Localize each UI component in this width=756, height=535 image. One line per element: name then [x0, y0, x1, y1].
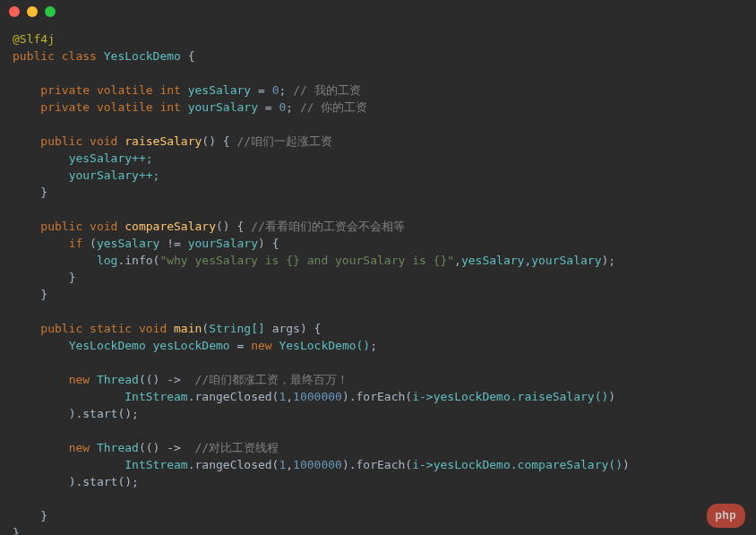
- watermark-badge: php: [707, 504, 746, 528]
- window-titlebar: [0, 0, 756, 23]
- close-icon[interactable]: [9, 6, 20, 17]
- method-main: main: [174, 322, 202, 335]
- kw-class: class: [62, 49, 97, 63]
- log-string: "why yesSalary is {} and yourSalary is {…: [159, 254, 454, 267]
- comment: //咱们一起涨工资: [236, 134, 332, 148]
- comment: // 我的工资: [293, 83, 360, 97]
- code-block: @Slf4j public class YesLockDemo { privat…: [0, 23, 756, 535]
- comment: // 你的工资: [300, 100, 367, 114]
- annotation: @Slf4j: [13, 32, 55, 46]
- comment: //咱们都涨工资，最终百万！: [195, 373, 349, 386]
- zoom-icon[interactable]: [45, 6, 56, 17]
- method-raiseSalary: raiseSalary: [125, 134, 202, 148]
- comment: //看看咱们的工资会不会相等: [251, 220, 405, 233]
- method-compareSalary: compareSalary: [125, 220, 216, 233]
- kw-public: public: [13, 49, 55, 63]
- field-yesSalary: yesSalary: [188, 83, 251, 97]
- minimize-icon[interactable]: [27, 6, 38, 17]
- field-yourSalary: yourSalary: [188, 100, 258, 114]
- class-name: YesLockDemo: [104, 49, 181, 63]
- comment: //对比工资线程: [195, 441, 279, 454]
